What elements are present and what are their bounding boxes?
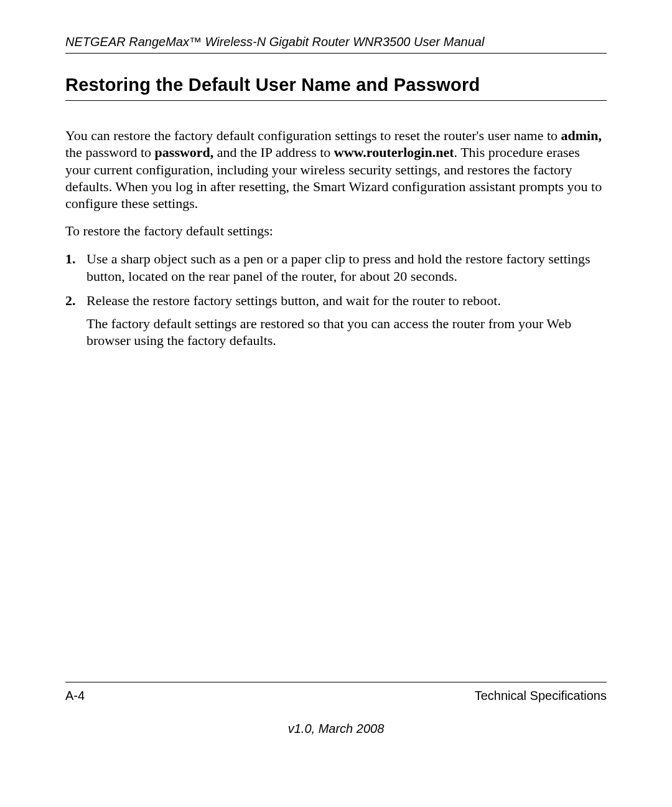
list-item: 1. Use a sharp object such as a pen or a… [65, 250, 607, 285]
page-number: A-4 [65, 689, 85, 703]
list-number: 2. [65, 292, 86, 309]
section-title: Restoring the Default User Name and Pass… [65, 75, 607, 101]
footer-row: A-4 Technical Specifications [65, 689, 607, 703]
lead-in: To restore the factory default settings: [65, 223, 607, 239]
running-header: NETGEAR RangeMax™ Wireless-N Gigabit Rou… [65, 35, 607, 54]
bold-admin: admin, [561, 128, 602, 143]
footer-rule [65, 682, 607, 682]
list-text: Use a sharp object such as a pen or a pa… [86, 250, 607, 285]
intro-paragraph: You can restore the factory default conf… [65, 127, 607, 212]
intro-text-1: You can restore the factory default conf… [65, 128, 561, 143]
list-text: Release the restore factory settings but… [86, 292, 607, 309]
list-number: 1. [65, 250, 86, 285]
page-footer: A-4 Technical Specifications v1.0, March… [65, 682, 607, 736]
list-item: 2. Release the restore factory settings … [65, 292, 607, 309]
bold-password: password, [155, 144, 214, 160]
footer-section-name: Technical Specifications [475, 689, 607, 703]
followup-paragraph: The factory default settings are restore… [86, 315, 607, 349]
intro-text-3: and the IP address to [213, 144, 334, 160]
ordered-list: 1. Use a sharp object such as a pen or a… [65, 250, 607, 349]
bold-url: www.routerlogin.net [334, 144, 454, 160]
page-content: NETGEAR RangeMax™ Wireless-N Gigabit Rou… [65, 35, 607, 349]
footer-version: v1.0, March 2008 [65, 722, 607, 736]
intro-text-2: the password to [65, 144, 155, 160]
